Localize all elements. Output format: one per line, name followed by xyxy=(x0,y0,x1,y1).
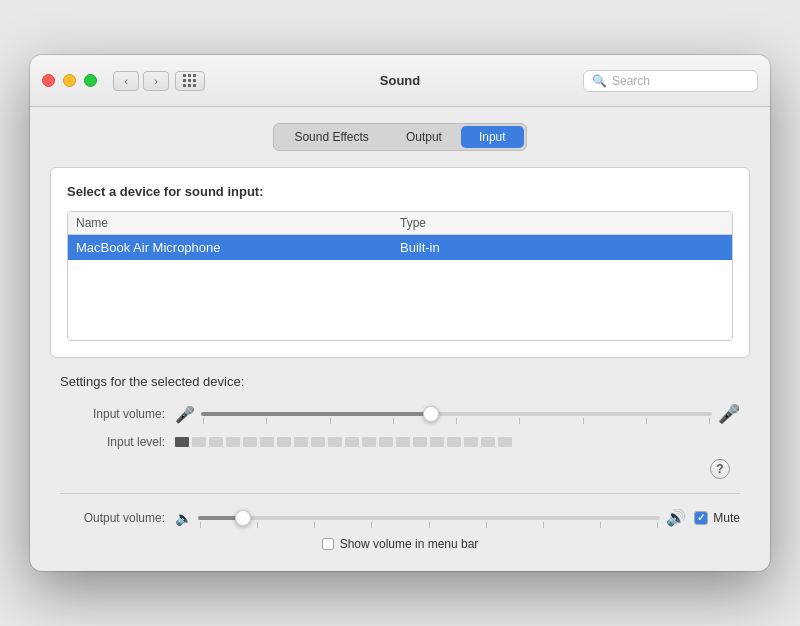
divider xyxy=(60,493,740,494)
mute-checkbox[interactable]: ✓ xyxy=(694,511,708,525)
level-segment-15 xyxy=(413,437,427,447)
mic-icon-large: 🎤 xyxy=(718,403,740,425)
level-segment-10 xyxy=(328,437,342,447)
level-segment-7 xyxy=(277,437,291,447)
speaker-icon-small: 🔈 xyxy=(175,510,192,526)
level-segment-6 xyxy=(260,437,274,447)
window-title: Sound xyxy=(380,73,420,88)
nav-buttons: ‹ › xyxy=(113,71,169,91)
search-icon: 🔍 xyxy=(592,74,607,88)
level-segment-9 xyxy=(311,437,325,447)
col-header-name: Name xyxy=(76,216,400,230)
level-segment-8 xyxy=(294,437,308,447)
level-segment-1 xyxy=(175,437,189,447)
level-segment-3 xyxy=(209,437,223,447)
main-window: ‹ › Sound 🔍 Search Sound Effects Output … xyxy=(30,55,770,571)
level-segment-13 xyxy=(379,437,393,447)
tab-output[interactable]: Output xyxy=(388,126,460,148)
settings-section: Settings for the selected device: Input … xyxy=(50,374,750,551)
output-volume-slider[interactable] xyxy=(198,516,660,520)
device-type: Built-in xyxy=(400,240,724,255)
level-segment-14 xyxy=(396,437,410,447)
input-level-label: Input level: xyxy=(60,435,165,449)
tab-sound-effects[interactable]: Sound Effects xyxy=(276,126,387,148)
level-segment-19 xyxy=(481,437,495,447)
device-name: MacBook Air Microphone xyxy=(76,240,400,255)
level-segment-20 xyxy=(498,437,512,447)
table-row[interactable]: MacBook Air Microphone Built-in xyxy=(68,235,732,260)
help-button[interactable]: ? xyxy=(710,459,730,479)
grid-button[interactable] xyxy=(175,71,205,91)
mute-checkbox-container[interactable]: ✓ Mute xyxy=(694,511,740,525)
table-header: Name Type xyxy=(68,212,732,235)
mic-icon-small: 🎤 xyxy=(175,405,195,424)
close-button[interactable] xyxy=(42,74,55,87)
search-placeholder: Search xyxy=(612,74,650,88)
output-slider-ticks xyxy=(198,522,660,528)
level-segment-16 xyxy=(430,437,444,447)
minimize-button[interactable] xyxy=(63,74,76,87)
input-level-bar xyxy=(175,437,740,447)
panel-title: Select a device for sound input: xyxy=(67,184,733,199)
search-box[interactable]: 🔍 Search xyxy=(583,70,758,92)
output-volume-label: Output volume: xyxy=(60,511,165,525)
input-volume-label: Input volume: xyxy=(60,407,165,421)
slider-ticks xyxy=(201,418,712,424)
level-segment-5 xyxy=(243,437,257,447)
tabs-container: Sound Effects Output Input xyxy=(50,123,750,151)
traffic-lights xyxy=(42,74,97,87)
menubar-checkbox[interactable] xyxy=(322,538,334,550)
grid-icon xyxy=(183,74,197,88)
input-volume-row: Input volume: 🎤 🎤 xyxy=(60,403,740,425)
level-segment-4 xyxy=(226,437,240,447)
tab-input[interactable]: Input xyxy=(461,126,524,148)
col-header-type: Type xyxy=(400,216,724,230)
level-segment-18 xyxy=(464,437,478,447)
forward-button[interactable]: › xyxy=(143,71,169,91)
help-row: ? xyxy=(60,459,740,479)
checkmark-icon: ✓ xyxy=(697,512,705,523)
menubar-row: Show volume in menu bar xyxy=(60,537,740,551)
input-volume-slider[interactable] xyxy=(201,412,712,416)
mute-label: Mute xyxy=(713,511,740,525)
tab-bar: Sound Effects Output Input xyxy=(273,123,526,151)
speaker-icon-large: 🔊 xyxy=(666,508,686,527)
input-device-panel: Select a device for sound input: Name Ty… xyxy=(50,167,750,358)
content-area: Sound Effects Output Input Select a devi… xyxy=(30,107,770,571)
settings-title: Settings for the selected device: xyxy=(60,374,740,389)
back-button[interactable]: ‹ xyxy=(113,71,139,91)
menubar-label: Show volume in menu bar xyxy=(340,537,479,551)
input-level-row: Input level: xyxy=(60,435,740,449)
level-segment-2 xyxy=(192,437,206,447)
output-volume-row: Output volume: 🔈 🔊 ✓ Mute xyxy=(60,508,740,527)
table-empty-area xyxy=(68,260,732,340)
maximize-button[interactable] xyxy=(84,74,97,87)
level-segment-17 xyxy=(447,437,461,447)
slider-fill xyxy=(201,412,431,416)
level-segment-12 xyxy=(362,437,376,447)
device-table: Name Type MacBook Air Microphone Built-i… xyxy=(67,211,733,341)
titlebar: ‹ › Sound 🔍 Search xyxy=(30,55,770,107)
level-segment-11 xyxy=(345,437,359,447)
